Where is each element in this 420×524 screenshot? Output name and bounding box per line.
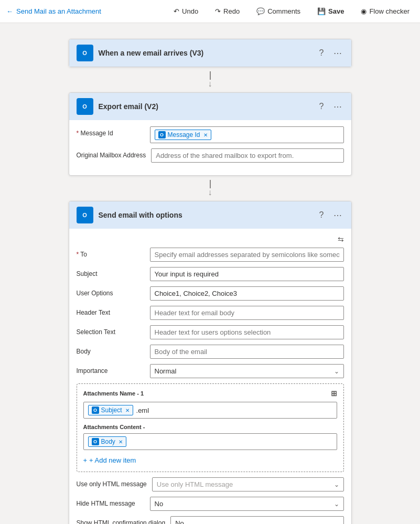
subject-row: Subject <box>77 267 344 281</box>
subject-token-icon: O <box>92 407 99 414</box>
step2-title: Export email (V2) <box>99 102 312 111</box>
step3-actions: ? ⋯ <box>317 209 344 221</box>
step2-actions: ? ⋯ <box>317 101 344 113</box>
attachments-name-title: Attachments Name - 1 ⊞ <box>83 389 337 398</box>
importance-row: Importance Normal ⌄ <box>77 364 344 378</box>
plus-icon: + <box>83 456 88 464</box>
step2-card: O Export email (V2) ? ⋯ Message Id O Mes… <box>69 92 352 176</box>
step1-header: O When a new email arrives (V3) ? ⋯ <box>69 39 351 67</box>
hide-html-row: Hide HTML message No ⌄ <box>77 497 344 511</box>
step1-icon: O <box>77 45 93 61</box>
use-only-html-label: Use only HTML message <box>77 477 147 488</box>
topbar-actions: ↶ Undo ↷ Redo 💬 Comments 💾 Save ◉ Flow c… <box>169 5 414 17</box>
user-options-input[interactable] <box>150 286 344 301</box>
undo-button[interactable]: ↶ Undo <box>169 5 202 17</box>
step1-help-button[interactable]: ? <box>317 47 326 59</box>
mailbox-row: Original Mailbox Address <box>77 148 344 163</box>
swap-icon[interactable]: ⇆ <box>338 235 344 243</box>
comments-button[interactable]: 💬 Comments <box>252 5 305 17</box>
attachments-content-title: Attachments Content - <box>83 424 337 430</box>
back-label: Send Mail as an Attachment <box>16 7 101 15</box>
step2-help-button[interactable]: ? <box>317 101 326 112</box>
show-html-confirm-chevron-icon: ⌄ <box>334 520 339 525</box>
importance-chevron-icon: ⌄ <box>334 368 339 375</box>
step3-help-button[interactable]: ? <box>317 209 326 221</box>
importance-label: Importance <box>77 364 145 375</box>
body-input[interactable] <box>150 345 344 359</box>
message-id-token: O Message Id ✕ <box>155 130 211 140</box>
header-text-input[interactable] <box>150 306 344 320</box>
step3-card: O Send email with options ? ⋯ ⇆ To Subje… <box>69 201 352 524</box>
outlook-icon-step3: O <box>82 212 87 218</box>
outlook-icon-step2: O <box>82 103 87 110</box>
save-icon: 💾 <box>317 7 326 15</box>
step2-icon: O <box>77 98 93 115</box>
body-token: O Body ✕ <box>88 436 126 447</box>
message-id-row: Message Id O Message Id ✕ <box>77 126 344 143</box>
arrow-line-2 <box>210 180 211 188</box>
use-only-html-row: Use only HTML message Use only HTML mess… <box>77 477 344 491</box>
body-token-icon: O <box>92 438 99 445</box>
show-html-confirm-dropdown[interactable]: No ⌄ <box>170 516 343 524</box>
body-token-close[interactable]: ✕ <box>119 439 123 445</box>
show-html-confirm-value: No <box>175 519 184 524</box>
step3-body: ⇆ To Subject User Options Header Text <box>69 229 351 524</box>
eml-suffix: .eml <box>136 407 149 414</box>
mailbox-label: Original Mailbox Address <box>77 148 146 159</box>
step3-icon: O <box>77 207 93 223</box>
body-label: Body <box>77 345 145 355</box>
subject-token-close[interactable]: ✕ <box>125 408 130 413</box>
use-only-html-chevron-icon: ⌄ <box>334 481 339 488</box>
undo-icon: ↶ <box>174 7 179 15</box>
add-new-item-button[interactable]: + + Add new item <box>83 454 136 466</box>
mailbox-input[interactable] <box>151 148 343 163</box>
header-text-row: Header Text <box>77 306 344 320</box>
copy-icon[interactable]: ⊞ <box>331 389 337 398</box>
body-row: Body <box>77 345 344 359</box>
swap-row: ⇆ <box>77 235 344 243</box>
subject-label: Subject <box>77 267 145 277</box>
show-html-confirm-row: Show HTML confirmation dialog No ⌄ <box>77 516 344 524</box>
redo-button[interactable]: ↷ Redo <box>211 5 244 17</box>
selection-text-input[interactable] <box>150 325 344 339</box>
selection-text-label: Selection Text <box>77 325 145 336</box>
back-icon: ← <box>6 7 13 15</box>
attachments-name-input[interactable]: O Subject ✕ .eml <box>83 402 337 419</box>
to-input[interactable] <box>150 248 344 262</box>
hide-html-dropdown[interactable]: No ⌄ <box>150 497 344 511</box>
step3-header: O Send email with options ? ⋯ <box>69 201 351 229</box>
subject-input[interactable] <box>150 267 344 281</box>
message-id-label: Message Id <box>77 126 145 137</box>
arrow-head-1: ↓ <box>208 80 212 88</box>
importance-dropdown[interactable]: Normal ⌄ <box>150 364 344 378</box>
hide-html-chevron-icon: ⌄ <box>334 500 339 508</box>
step3-title: Send email with options <box>99 211 312 219</box>
step3-more-button[interactable]: ⋯ <box>331 209 344 221</box>
use-only-html-placeholder: Use only HTML message <box>157 480 233 488</box>
hide-html-value: No <box>155 500 164 508</box>
step1-card: O When a new email arrives (V3) ? ⋯ <box>69 39 352 67</box>
comments-icon: 💬 <box>256 7 265 15</box>
header-text-label: Header Text <box>77 306 145 316</box>
flow-checker-icon: ◉ <box>361 7 367 15</box>
subject-token: O Subject ✕ <box>88 405 133 415</box>
flow-checker-button[interactable]: ◉ Flow checker <box>357 5 414 17</box>
step2-body: Message Id O Message Id ✕ Original Mailb… <box>69 120 351 175</box>
attachments-content-input[interactable]: O Body ✕ <box>83 433 337 450</box>
use-only-html-dropdown[interactable]: Use only HTML message ⌄ <box>152 477 344 491</box>
message-id-close[interactable]: ✕ <box>203 132 208 138</box>
to-row: To <box>77 248 344 262</box>
step2-more-button[interactable]: ⋯ <box>331 101 344 113</box>
importance-value: Normal <box>155 367 177 375</box>
show-html-confirm-label: Show HTML confirmation dialog <box>77 516 166 524</box>
message-id-input[interactable]: O Message Id ✕ <box>150 126 344 143</box>
step1-more-button[interactable]: ⋯ <box>331 47 344 59</box>
back-button[interactable]: ← Send Mail as an Attachment <box>6 7 101 15</box>
arrow2: ↓ <box>208 176 212 201</box>
user-options-label: User Options <box>77 286 145 297</box>
attachments-section: Attachments Name - 1 ⊞ O Subject ✕ .eml … <box>77 383 344 472</box>
selection-text-row: Selection Text <box>77 325 344 339</box>
arrow-head-2: ↓ <box>208 188 212 197</box>
topbar: ← Send Mail as an Attachment ↶ Undo ↷ Re… <box>0 0 420 23</box>
save-button[interactable]: 💾 Save <box>313 5 348 17</box>
